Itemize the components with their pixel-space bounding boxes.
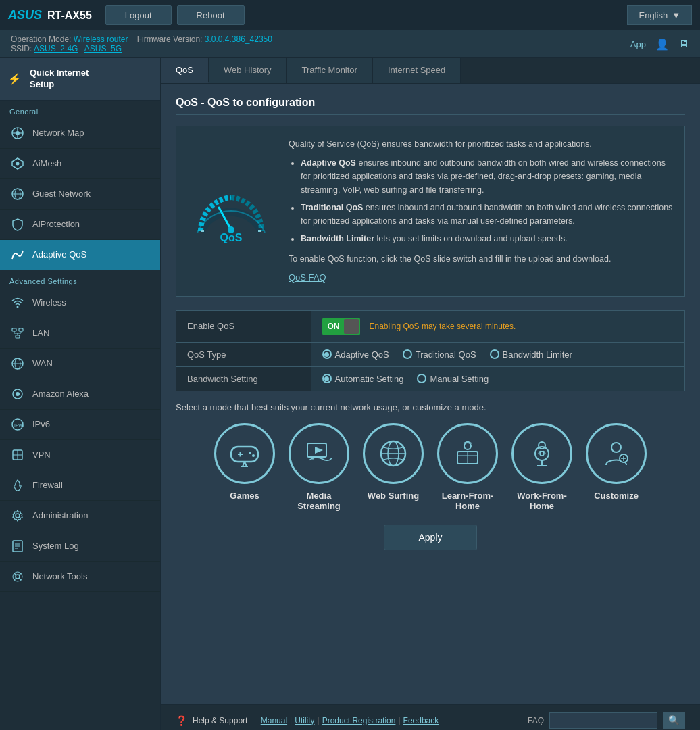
info-bar: Operation Mode: Wireless router Firmware… (0, 30, 700, 58)
radio-bandwidth-limiter[interactable]: Bandwidth Limiter (490, 349, 572, 360)
mode-web-surfing[interactable]: Web Surfing (363, 423, 424, 511)
qos-faq-link[interactable]: QoS FAQ (289, 271, 674, 285)
ssid-24[interactable]: ASUS_2.4G (34, 44, 78, 53)
radio-bandwidth-circle (490, 349, 499, 359)
sidebar-item-aimesh[interactable]: AiMesh (0, 149, 160, 179)
apply-button[interactable]: Apply (384, 525, 476, 550)
amazon-alexa-icon (9, 386, 26, 402)
faq-search-button[interactable]: 🔍 (663, 712, 685, 729)
sidebar: ⚡ Quick InternetSetup General Network Ma… (0, 58, 161, 730)
sidebar-item-lan[interactable]: LAN (0, 318, 160, 349)
sidebar-label-firewall: Firewall (32, 480, 63, 490)
mode-customize[interactable]: Customize (586, 423, 647, 511)
sidebar-item-network-map[interactable]: Network Map (0, 118, 160, 149)
footer-left: ❓ Help & Support Manual | Utility | Prod… (176, 715, 439, 726)
radio-traditional-label: Traditional QoS (416, 349, 476, 360)
mode-media-streaming[interactable]: MediaStreaming (289, 423, 349, 511)
radio-adaptive-qos[interactable]: Adaptive QoS (322, 349, 389, 360)
radio-auto-label: Automatic Setting (335, 374, 404, 384)
user-icon[interactable]: 👤 (655, 38, 669, 51)
radio-manual-setting[interactable]: Manual Setting (417, 374, 489, 384)
svg-point-45 (252, 454, 255, 457)
aiprotection-icon (9, 216, 26, 233)
footer-link-utility[interactable]: Utility (295, 716, 314, 725)
sidebar-item-network-tools[interactable]: Network Tools (0, 562, 160, 592)
content-body: QoS - QoS to configuration (161, 84, 700, 704)
footer-link-product-registration[interactable]: Product Registration (322, 716, 396, 725)
svg-rect-14 (16, 335, 20, 338)
enable-note: To enable QoS function, click the QoS sl… (289, 252, 674, 266)
radio-auto-setting[interactable]: Automatic Setting (322, 374, 404, 384)
sidebar-item-wan[interactable]: WAN (0, 349, 160, 379)
firmware-value[interactable]: 3.0.0.4.386_42350 (205, 34, 272, 44)
tab-web-history[interactable]: Web History (209, 58, 287, 83)
media-streaming-icon (289, 423, 349, 484)
footer: ❓ Help & Support Manual | Utility | Prod… (161, 704, 700, 730)
bandwidth-radio-group: Automatic Setting Manual Setting (322, 374, 674, 384)
sidebar-item-administration[interactable]: Administration (0, 501, 160, 531)
radio-manual-label: Manual Setting (430, 374, 489, 384)
operation-mode-value[interactable]: Wireless router (74, 34, 128, 44)
svg-marker-50 (315, 447, 323, 454)
top-bar: ASUS RT-AX55 Logout Reboot English ▼ (0, 0, 700, 30)
sidebar-item-guest-network[interactable]: Guest Network (0, 179, 160, 210)
sidebar-label-amazon-alexa: Amazon Alexa (32, 389, 89, 399)
sidebar-label-system-log: System Log (32, 541, 79, 551)
info-bar-left: Operation Mode: Wireless router Firmware… (11, 34, 272, 53)
mode-learn-from-home[interactable]: Learn-From-Home (437, 423, 498, 511)
tab-internet-speed[interactable]: Internet Speed (373, 58, 461, 83)
svg-rect-12 (12, 328, 16, 331)
sidebar-item-quick-internet-setup[interactable]: ⚡ Quick InternetSetup (0, 58, 160, 101)
app-link[interactable]: App (630, 39, 646, 49)
mode-work-from-home[interactable]: Work-From-Home (511, 423, 572, 511)
content-area: QoS Web History Traffic Monitor Internet… (161, 58, 700, 730)
sidebar-item-wireless[interactable]: Wireless (0, 288, 160, 318)
monitor-icon[interactable]: 🖥 (678, 38, 689, 50)
radio-bandwidth-label: Bandwidth Limiter (503, 349, 572, 360)
sidebar-item-aiprotection[interactable]: AiProtection (0, 210, 160, 240)
tab-traffic-monitor[interactable]: Traffic Monitor (287, 58, 373, 83)
footer-link-manual[interactable]: Manual (261, 716, 287, 725)
games-label: Games (230, 491, 259, 501)
mode-games[interactable]: Games (214, 423, 275, 511)
tab-bar: QoS Web History Traffic Monitor Internet… (161, 58, 700, 84)
qos-toggle[interactable]: ON (322, 318, 360, 335)
mode-grid: Games MediaStreaming (176, 423, 685, 511)
toggle-warning: Enabling QoS may take several minutes. (370, 322, 516, 331)
reboot-button[interactable]: Reboot (177, 5, 245, 25)
network-tools-icon (9, 568, 26, 585)
toggle-container: ON Enabling QoS may take several minutes… (322, 318, 674, 335)
sidebar-item-firewall[interactable]: Firewall (0, 470, 160, 501)
help-icon: ❓ (176, 715, 187, 726)
svg-point-7 (16, 162, 20, 165)
toggle-track: ON (322, 318, 360, 335)
ssid-5[interactable]: ASUS_5G (84, 44, 122, 53)
sidebar-item-vpn[interactable]: VPN (0, 440, 160, 470)
administration-icon (9, 508, 26, 524)
qis-label: Quick InternetSetup (30, 68, 89, 91)
radio-traditional-qos[interactable]: Traditional QoS (403, 349, 476, 360)
tab-qos[interactable]: QoS (161, 58, 209, 83)
page-title: QoS - QoS to configuration (176, 97, 685, 115)
sidebar-item-amazon-alexa[interactable]: Amazon Alexa (0, 379, 160, 410)
footer-link-feedback[interactable]: Feedback (403, 716, 439, 725)
svg-text:QoS: QoS (220, 232, 243, 243)
lan-icon (9, 325, 26, 341)
system-log-icon (9, 538, 26, 554)
sidebar-label-adaptive-qos: Adaptive QoS (32, 249, 86, 260)
sidebar-item-adaptive-qos[interactable]: Adaptive QoS (0, 240, 160, 270)
svg-point-44 (249, 452, 251, 454)
bandwidth-limiter-bold: Bandwidth Limiter (301, 234, 374, 243)
chevron-down-icon: ▼ (672, 10, 680, 20)
guest-network-icon (9, 186, 26, 202)
sidebar-item-ipv6[interactable]: IPv6 IPv6 (0, 410, 160, 440)
footer-right: FAQ 🔍 (528, 712, 685, 729)
language-selector[interactable]: English ▼ (627, 5, 692, 25)
qos-intro-section: QoS Quality of Service (QoS) ensures ban… (176, 126, 685, 297)
enable-qos-row: Enable QoS ON Enabling QoS may take seve… (176, 310, 685, 342)
qos-intro-text: Quality of Service (QoS) ensures bandwid… (289, 137, 674, 151)
sidebar-item-system-log[interactable]: System Log (0, 531, 160, 562)
enable-qos-label: Enable QoS (176, 310, 311, 342)
logout-button[interactable]: Logout (105, 5, 172, 25)
faq-search-input[interactable] (549, 712, 657, 729)
